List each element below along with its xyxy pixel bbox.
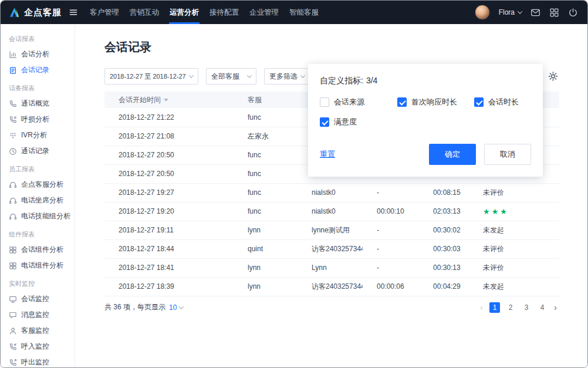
metric-option[interactable]: 满意度 bbox=[320, 117, 397, 127]
apps-grid-icon[interactable] bbox=[549, 8, 559, 18]
confirm-button[interactable]: 确定 bbox=[429, 144, 476, 165]
sidebar-item[interactable]: 呼入监控 bbox=[9, 339, 75, 355]
headset-icon bbox=[9, 181, 17, 189]
date-range-value: 2018-12-27 至 2018-12-27 bbox=[110, 72, 186, 81]
top-nav: 客户管理营销互动运营分析接待配置企业管理智能客服 bbox=[85, 1, 324, 24]
sidebar-item-label: 通话记录 bbox=[21, 146, 49, 156]
cell-first_response: - bbox=[363, 221, 419, 239]
sidebar-item-label: 电话坐席分析 bbox=[21, 195, 63, 205]
topbar: 企点客服 客户管理营销互动运营分析接待配置企业管理智能客服 Flora bbox=[1, 1, 587, 24]
metric-option-label: 会话时长 bbox=[488, 97, 519, 107]
checkbox[interactable] bbox=[320, 117, 329, 127]
sidebar-section-title: 会话报表 bbox=[9, 29, 75, 46]
checkbox[interactable] bbox=[397, 97, 407, 107]
cell-visitor: 访客2403257344 bbox=[298, 277, 363, 296]
cell-agent: 左家永 bbox=[234, 127, 298, 146]
chevron-down-icon bbox=[179, 304, 184, 309]
power-icon[interactable] bbox=[568, 8, 578, 18]
metric-option[interactable]: 首次响应时长 bbox=[397, 97, 474, 107]
sidebar-item[interactable]: 通话概览 bbox=[9, 96, 75, 112]
custom-metrics-popup: 自定义指标: 3/4 会话来源首次响应时长会话时长满意度 重置 确定 取消 bbox=[308, 64, 543, 177]
top-nav-item[interactable]: 客户管理 bbox=[85, 1, 124, 24]
cell-first_response: - bbox=[363, 183, 419, 202]
phone-missed-icon bbox=[9, 116, 17, 124]
pagination-next[interactable]: › bbox=[553, 302, 558, 313]
pagination-prev[interactable]: ‹ bbox=[479, 302, 484, 313]
person-icon bbox=[9, 327, 17, 335]
sidebar-item[interactable]: 会话监控 bbox=[9, 291, 75, 307]
cell-duration: 00:30:13 bbox=[419, 258, 469, 277]
sidebar-item-label: 会话监控 bbox=[21, 294, 49, 304]
sidebar-section-title: 实时监控 bbox=[9, 274, 75, 291]
sidebar-item-label: 会话分析 bbox=[21, 49, 49, 59]
sidebar-item[interactable]: 会话组件分析 bbox=[9, 242, 75, 258]
sidebar-section-title: 员工报表 bbox=[9, 159, 75, 177]
top-nav-item[interactable]: 企业管理 bbox=[244, 1, 284, 24]
total-count: 共 36 项，每页显示 bbox=[104, 302, 165, 312]
sidebar-item[interactable]: 消息监控 bbox=[9, 307, 75, 323]
page-size-select[interactable]: 10 bbox=[169, 303, 183, 312]
sidebar-item[interactable]: 企点客服分析 bbox=[9, 177, 75, 193]
pagination-page[interactable]: 4 bbox=[537, 302, 548, 313]
page-size-value: 10 bbox=[169, 303, 177, 312]
sidebar-item[interactable]: 通话记录 bbox=[9, 143, 75, 159]
sidebar-section-title: 组件报表 bbox=[9, 224, 75, 242]
sidebar-item-label: 企点客服分析 bbox=[21, 180, 63, 190]
cell-time: 2018-12-27 18:41 bbox=[104, 258, 234, 277]
pagination-page[interactable]: 3 bbox=[521, 302, 532, 313]
message-icon bbox=[9, 311, 17, 319]
pagination-page[interactable]: 2 bbox=[505, 302, 516, 313]
sidebar-item-label: 客服监控 bbox=[21, 326, 49, 336]
phone-out-icon bbox=[9, 359, 17, 367]
top-nav-item[interactable]: 接待配置 bbox=[204, 1, 244, 24]
metric-option[interactable]: 会话来源 bbox=[320, 97, 397, 107]
more-filters-select[interactable]: 更多筛选 bbox=[264, 68, 310, 85]
user-name: Flora bbox=[499, 8, 515, 16]
user-avatar[interactable] bbox=[475, 5, 490, 20]
chevron-down-icon bbox=[518, 9, 522, 13]
checkbox[interactable] bbox=[320, 97, 329, 107]
table-footer: 共 36 项，每页显示 10 ‹1234› bbox=[104, 302, 558, 313]
cell-agent: quint bbox=[234, 239, 298, 258]
sidebar-item[interactable]: 电话技能组分析 bbox=[9, 208, 75, 224]
top-nav-item[interactable]: 运营分析 bbox=[164, 1, 204, 24]
metric-option[interactable]: 会话时长 bbox=[474, 97, 531, 107]
chevron-down-icon bbox=[300, 73, 305, 77]
cancel-button[interactable]: 取消 bbox=[484, 144, 531, 165]
sidebar-item[interactable]: 客服监控 bbox=[9, 323, 75, 339]
table-row: 2018-12-27 18:41lynnLynn-00:30:13未评价 bbox=[104, 258, 559, 277]
reset-link[interactable]: 重置 bbox=[320, 149, 335, 160]
metric-option-label: 满意度 bbox=[334, 117, 357, 127]
column-header[interactable]: 会话开始时间 bbox=[104, 92, 234, 108]
pagination-page[interactable]: 1 bbox=[489, 302, 500, 313]
checkbox[interactable] bbox=[474, 97, 484, 107]
top-nav-item[interactable]: 营销互动 bbox=[124, 1, 164, 24]
cell-visitor: lynne测试用 bbox=[298, 221, 363, 239]
sidebar-item[interactable]: 呼出监控 bbox=[9, 355, 75, 367]
cell-time: 2018-12-27 19:20 bbox=[104, 202, 234, 221]
sidebar-item[interactable]: 电话组件分析 bbox=[9, 258, 75, 274]
sidebar-item-label: 会话记录 bbox=[21, 65, 49, 75]
cell-first_response: - bbox=[363, 239, 419, 258]
phone-in-icon bbox=[9, 343, 17, 351]
sidebar-item[interactable]: 电话坐席分析 bbox=[9, 193, 75, 208]
headset-icon bbox=[9, 197, 17, 205]
sidebar-item[interactable]: 呼损分析 bbox=[9, 112, 75, 127]
top-nav-item[interactable]: 智能客服 bbox=[284, 1, 324, 24]
gear-icon[interactable] bbox=[548, 72, 558, 82]
hamburger-menu-icon[interactable] bbox=[69, 8, 77, 16]
brand: 企点客服 bbox=[9, 7, 77, 18]
user-menu[interactable]: Flora bbox=[499, 8, 522, 16]
cell-satisfaction: 未评价 bbox=[469, 183, 559, 202]
date-range-select[interactable]: 2018-12-27 至 2018-12-27 bbox=[104, 68, 198, 85]
sidebar-item[interactable]: 会话记录 bbox=[9, 62, 75, 78]
sidebar-item[interactable]: IVR分析 bbox=[9, 127, 75, 143]
popup-title-text: 自定义指标: bbox=[320, 76, 363, 86]
topbar-right: Flora bbox=[475, 5, 578, 20]
cell-first_response: - bbox=[363, 258, 419, 277]
sidebar-item[interactable]: 会话分析 bbox=[9, 46, 75, 62]
mail-icon[interactable] bbox=[530, 8, 540, 18]
agent-select[interactable]: 全部客服 bbox=[206, 68, 256, 85]
cell-duration: 02:03:13 bbox=[419, 202, 469, 221]
page-title: 会话记录 bbox=[104, 39, 558, 55]
